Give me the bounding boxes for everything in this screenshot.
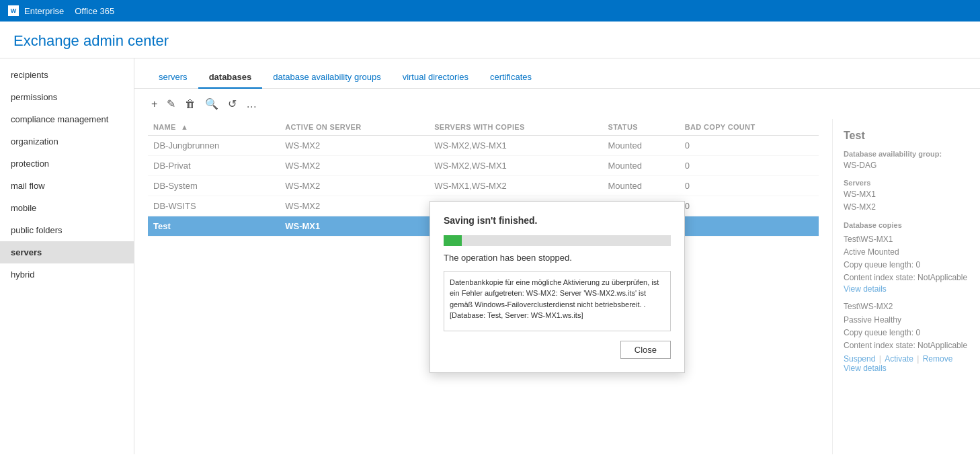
progress-bar-container xyxy=(444,235,671,246)
sidebar-item-mail-flow[interactable]: mail flow xyxy=(0,175,134,197)
add-button[interactable]: + xyxy=(148,96,161,112)
sidebar-item-mobile[interactable]: mobile xyxy=(0,197,134,219)
sidebar: recipients permissions compliance manage… xyxy=(0,58,134,454)
progress-bar-fill xyxy=(444,235,462,246)
page-title: Exchange admin center xyxy=(13,32,967,50)
modal-overlay: Saving isn't finished. The operation has… xyxy=(134,119,980,454)
modal-error-box[interactable]: Datenbankkopie für eine mögliche Aktivie… xyxy=(444,271,671,331)
sidebar-item-recipients[interactable]: recipients xyxy=(0,64,134,86)
sidebar-item-permissions[interactable]: permissions xyxy=(0,86,134,108)
tab-servers[interactable]: servers xyxy=(148,67,198,89)
app-name-enterprise: Enterprise xyxy=(24,6,64,16)
edit-button[interactable]: ✎ xyxy=(163,95,179,112)
main-layout: recipients permissions compliance manage… xyxy=(0,58,980,454)
sidebar-item-organization[interactable]: organization xyxy=(0,130,134,153)
modal-close-button[interactable]: Close xyxy=(620,341,671,359)
app-name-office365: Office 365 xyxy=(75,6,114,16)
sidebar-item-hybrid[interactable]: hybrid xyxy=(0,263,134,286)
logo-icon: W xyxy=(11,7,17,14)
more-button[interactable]: … xyxy=(243,96,260,112)
tab-certificates[interactable]: certificates xyxy=(479,67,542,89)
app-logo: W xyxy=(8,5,19,16)
top-bar: W Enterprise Office 365 xyxy=(0,0,980,22)
tab-database-availability-groups[interactable]: database availability groups xyxy=(262,67,391,89)
toolbar: + ✎ 🗑 🔍 ↺ … xyxy=(134,89,980,119)
page-title-bar: Exchange admin center xyxy=(0,22,980,58)
modal-dialog: Saving isn't finished. The operation has… xyxy=(430,201,685,373)
search-button[interactable]: 🔍 xyxy=(202,95,222,112)
modal-status-text: The operation has been stopped. xyxy=(444,253,671,263)
delete-button[interactable]: 🗑 xyxy=(181,96,199,112)
content-area: servers databases database availability … xyxy=(134,58,980,454)
tab-databases[interactable]: databases xyxy=(198,67,263,89)
sidebar-item-protection[interactable]: protection xyxy=(0,153,134,175)
refresh-button[interactable]: ↺ xyxy=(224,95,240,112)
sidebar-item-compliance-management[interactable]: compliance management xyxy=(0,108,134,130)
modal-title: Saving isn't finished. xyxy=(444,215,671,226)
tab-bar: servers databases database availability … xyxy=(134,58,980,89)
modal-footer: Close xyxy=(444,341,671,359)
sidebar-item-public-folders[interactable]: public folders xyxy=(0,219,134,241)
sidebar-item-servers[interactable]: servers xyxy=(0,241,134,263)
tab-virtual-directories[interactable]: virtual directories xyxy=(392,67,479,89)
modal-error-text: Datenbankkopie für eine mögliche Aktivie… xyxy=(450,278,659,320)
